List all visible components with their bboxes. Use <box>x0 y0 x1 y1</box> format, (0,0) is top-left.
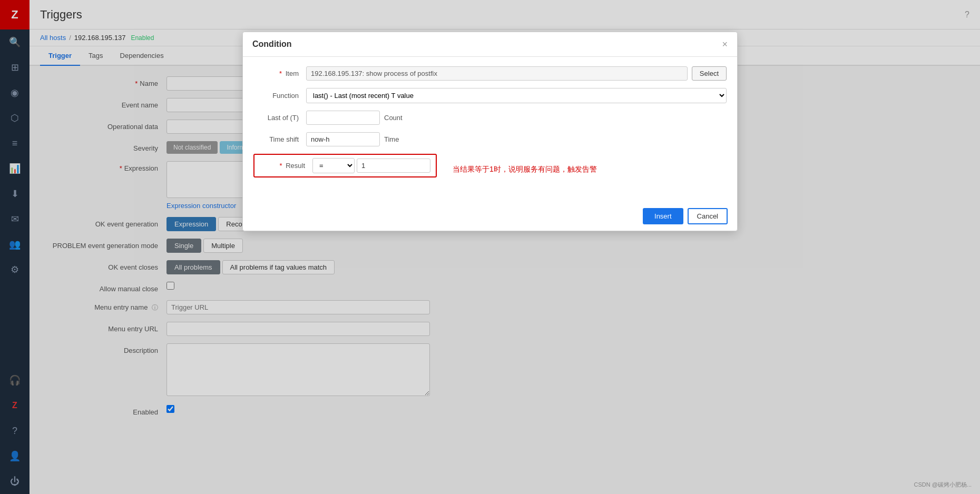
modal-function-select[interactable]: last() - Last (most recent) T value avg(… <box>306 88 727 103</box>
modal-title: Condition <box>252 39 292 49</box>
modal-insert-button[interactable]: Insert <box>643 208 683 224</box>
modal-select-button[interactable]: Select <box>692 66 727 81</box>
condition-modal: Condition × * Item 192.168.195.137: show… <box>242 32 738 231</box>
modal-footer: Insert Cancel <box>243 202 737 231</box>
modal-result-value-input[interactable]: 1 <box>357 159 430 173</box>
modal-result-row: * Result = <> < > <= >= 1 <box>253 154 437 177</box>
modal-last-of-label: Last of (T) <box>253 114 306 122</box>
modal-time-label: Time <box>384 135 399 143</box>
modal-last-of-row: Last of (T) Count <box>253 111 727 125</box>
modal-item-label: * Item <box>253 70 306 77</box>
modal-header: Condition × <box>243 32 737 57</box>
modal-result-label: * Result <box>260 162 312 170</box>
modal-timeshift-input[interactable]: now-h <box>306 132 380 146</box>
modal-body: * Item 192.168.195.137: show process of … <box>243 57 737 202</box>
modal-overlay: Condition × * Item 192.168.195.137: show… <box>0 0 980 494</box>
modal-last-of-input[interactable] <box>306 111 380 125</box>
modal-cancel-button[interactable]: Cancel <box>688 208 728 224</box>
modal-item-input[interactable]: 192.168.195.137: show process of postfix <box>306 66 688 81</box>
modal-timeshift-label: Time shift <box>253 135 306 143</box>
modal-timeshift-row: Time shift now-h Time <box>253 132 727 146</box>
modal-function-row: Function last() - Last (most recent) T v… <box>253 88 727 103</box>
modal-annotation: 当结果等于1时，说明服务有问题，触发告警 <box>453 165 597 174</box>
modal-result-wrapper: * Result = <> < > <= >= 1 当结果等于1时，说明服务有问… <box>253 154 727 185</box>
modal-close-button[interactable]: × <box>722 39 728 49</box>
modal-item-row: * Item 192.168.195.137: show process of … <box>253 66 727 81</box>
modal-function-label: Function <box>253 92 306 100</box>
modal-count-label: Count <box>384 114 403 122</box>
modal-result-operator[interactable]: = <> < > <= >= <box>312 158 355 173</box>
